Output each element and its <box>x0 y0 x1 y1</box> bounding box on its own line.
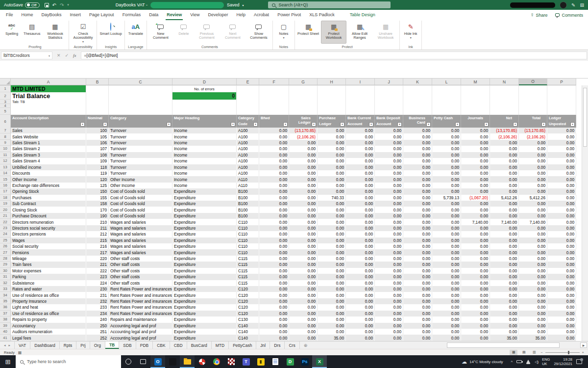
cell[interactable]: 0.00 <box>490 183 519 188</box>
cell[interactable]: 0.00 <box>432 237 461 243</box>
sheet-tab-drs[interactable]: Drs <box>270 342 285 349</box>
tab-insert[interactable]: Insert <box>69 10 82 20</box>
cell[interactable] <box>547 85 576 92</box>
normal-view-button[interactable]: ▦ <box>510 350 517 355</box>
column-header-G[interactable]: G <box>289 79 318 85</box>
cell[interactable]: 0.00 <box>519 262 547 267</box>
cell[interactable]: Income <box>172 158 237 164</box>
cell[interactable]: Wages and salaries <box>109 219 172 225</box>
cell[interactable]: 0.00 <box>403 268 432 274</box>
cell[interactable]: 212 <box>86 231 109 237</box>
cell[interactable] <box>432 85 461 92</box>
cell[interactable]: 0.00 <box>346 140 375 146</box>
cell[interactable]: A100 <box>237 152 259 158</box>
cell[interactable]: 0.00 <box>432 335 461 341</box>
cell[interactable]: 0.00 <box>547 237 576 243</box>
cell[interactable]: Repairs to property <box>11 316 86 322</box>
filter-icon[interactable]: ▾ <box>340 122 344 127</box>
cell[interactable] <box>86 100 109 104</box>
cell[interactable]: 0.00 <box>432 207 461 212</box>
cell[interactable]: 35.00 <box>519 335 547 341</box>
cell[interactable]: 0.00 <box>490 225 519 231</box>
cell[interactable]: 0.00 <box>432 280 461 286</box>
cell[interactable]: 0.00 <box>259 292 289 298</box>
cell[interactable]: 0.00 <box>547 170 576 176</box>
taskbar-app-daybooks[interactable]: D <box>283 355 297 368</box>
cell[interactable]: 0.00 <box>490 292 519 298</box>
cell[interactable]: 0.00 <box>346 146 375 152</box>
cell[interactable]: 0.00 <box>318 256 346 262</box>
cell[interactable]: 0.00 <box>318 268 346 274</box>
accessibility-checker-icon[interactable]: ▦ <box>18 350 22 355</box>
cell[interactable]: 105 <box>86 133 109 139</box>
cell[interactable]: Accounting legal and prof <box>109 329 172 335</box>
cell[interactable]: 158 <box>86 201 109 207</box>
cell[interactable]: 0.00 <box>403 207 432 212</box>
tab-power-pivot[interactable]: Power Pivot <box>276 10 302 20</box>
horizontal-scrollbar[interactable]: ▶ <box>445 342 588 349</box>
cell[interactable]: 0.00 <box>490 262 519 267</box>
cell[interactable]: 0.00 <box>519 237 547 243</box>
cell[interactable] <box>86 108 109 115</box>
row-header-19[interactable]: 19 <box>0 201 11 207</box>
cell[interactable]: Expenditure <box>172 237 237 243</box>
cell[interactable]: 0.00 <box>490 176 519 182</box>
cell[interactable]: 0.00 <box>519 256 547 262</box>
cell[interactable]: 220 <box>86 256 109 262</box>
volume-icon[interactable]: ◁) <box>535 360 538 364</box>
table-header-major-heading[interactable]: Major Heading▾ <box>172 115 237 128</box>
cell[interactable]: Wages and salaries <box>109 231 172 237</box>
cell[interactable]: 0.00 <box>259 201 289 207</box>
cell[interactable]: 0.00 <box>432 243 461 249</box>
cell[interactable] <box>403 92 432 100</box>
cell[interactable]: 0.00 <box>432 140 461 146</box>
cell[interactable]: 0.00 <box>490 256 519 262</box>
cell[interactable]: 0.00 <box>432 292 461 298</box>
cell[interactable]: 35.00 <box>490 335 519 341</box>
filter-icon[interactable]: ▾ <box>426 122 431 127</box>
column-header-B[interactable]: B <box>86 79 109 85</box>
cell[interactable]: 0.00 <box>289 176 318 182</box>
cell[interactable]: 0.00 <box>461 188 490 194</box>
cell[interactable]: Expenditure <box>172 219 237 225</box>
cell[interactable]: 0.00 <box>346 274 375 280</box>
cell[interactable]: 0.00 <box>318 298 346 304</box>
cell[interactable]: 0.00 <box>375 262 403 267</box>
cell[interactable]: 0.00 <box>375 316 403 322</box>
cell[interactable]: 0.00 <box>432 268 461 274</box>
cell[interactable]: 7,140.00 <box>490 219 519 225</box>
cell[interactable]: B100 <box>237 188 259 194</box>
cell[interactable]: 0.00 <box>289 316 318 322</box>
sheet-tab-sdb[interactable]: SDB <box>119 342 136 349</box>
cell[interactable]: 0.00 <box>403 298 432 304</box>
cell[interactable]: 0.00 <box>259 207 289 212</box>
cell[interactable]: 0.00 <box>375 183 403 188</box>
cell[interactable]: 0.00 <box>289 268 318 274</box>
cell[interactable]: 0.00 <box>461 286 490 292</box>
taskbar-app-photoshop[interactable]: Ps <box>297 355 312 368</box>
cell[interactable]: Repairs and maintenance <box>109 316 172 322</box>
cell[interactable]: Income <box>172 176 237 182</box>
cell[interactable]: 0.00 <box>403 323 432 329</box>
cell[interactable]: 0.00 <box>432 231 461 237</box>
cell[interactable]: Train fares <box>11 262 86 267</box>
cell[interactable]: Light and heat <box>11 304 86 310</box>
cell[interactable]: 0.00 <box>519 183 547 188</box>
cell[interactable]: 0.00 <box>432 201 461 207</box>
cell[interactable]: 155 <box>86 195 109 201</box>
cell[interactable]: 0.00 <box>432 152 461 158</box>
cell[interactable]: 0.00 <box>289 286 318 292</box>
table-header-bfwd[interactable]: Bfwd▾ <box>259 115 289 128</box>
cell[interactable]: 223 <box>86 274 109 280</box>
cell[interactable]: Turnover <box>109 164 172 170</box>
cell[interactable] <box>237 85 259 92</box>
sheet-tab-rpts[interactable]: Rpts <box>60 342 76 349</box>
cell[interactable]: 0.00 <box>346 243 375 249</box>
cell[interactable]: 0.00 <box>403 274 432 280</box>
cell[interactable]: 232 <box>86 298 109 304</box>
cell[interactable]: 221 <box>86 262 109 267</box>
row-header-8[interactable]: 8 <box>0 133 11 139</box>
pencil-icon[interactable]: ✎ <box>571 2 575 8</box>
cell[interactable]: 0.00 <box>432 164 461 170</box>
cell[interactable]: Cost of Goods sold <box>109 188 172 194</box>
